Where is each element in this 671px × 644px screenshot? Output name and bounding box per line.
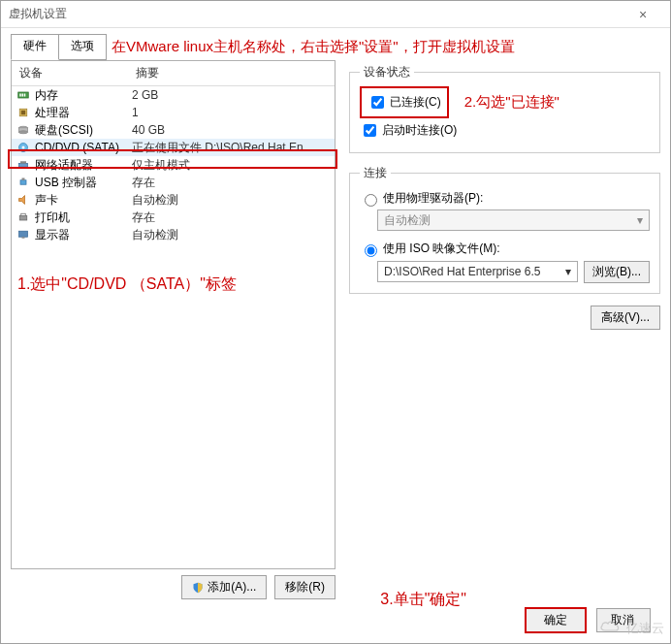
- settings-dialog: 虚拟机设置 × 硬件 选项 在VMware linux主机名称处，右击选择"设置…: [0, 0, 671, 644]
- svg-rect-2: [22, 94, 24, 97]
- svg-rect-1: [19, 94, 21, 97]
- iso-path-dropdown[interactable]: D:\ISO\Red Hat Enterprise 6.5 ▾: [377, 261, 578, 282]
- sound-icon: [16, 193, 31, 207]
- display-icon: [16, 228, 31, 242]
- svg-point-8: [19, 131, 28, 134]
- device-row-disk[interactable]: 硬盘(SCSI) 40 GB: [12, 121, 335, 139]
- watermark: 亿速云: [599, 619, 664, 637]
- svg-marker-15: [19, 196, 25, 205]
- use-iso-row[interactable]: 使用 ISO 映像文件(M):: [360, 241, 650, 257]
- svg-rect-16: [19, 216, 27, 221]
- add-button[interactable]: 添加(A)...: [181, 575, 267, 599]
- device-row-cddvd[interactable]: CD/DVD (SATA) 正在使用文件 D:\ISO\Red Hat En..…: [12, 139, 335, 156]
- chevron-down-icon: ▾: [565, 265, 571, 278]
- advanced-button[interactable]: 高级(V)...: [591, 306, 660, 330]
- tab-bar: 硬件 选项 在VMware linux主机名称处，右击选择"设置"，打开虚拟机设…: [1, 28, 670, 60]
- cd-icon: [16, 141, 31, 154]
- device-row-memory[interactable]: 内存 2 GB: [12, 86, 335, 104]
- connect-on-start-row[interactable]: 启动时连接(O): [360, 121, 650, 140]
- connect-on-start-checkbox[interactable]: [364, 124, 376, 137]
- device-row-sound[interactable]: 声卡 自动检测: [12, 191, 335, 209]
- annotation-step3: 3.单击"确定": [380, 590, 466, 610]
- network-icon: [16, 158, 31, 172]
- device-buttons: 添加(A)... 移除(R): [11, 569, 336, 599]
- remove-button[interactable]: 移除(R): [274, 575, 336, 599]
- header-summary: 摘要: [136, 65, 327, 81]
- right-column: 设备状态 已连接(C) 2.勾选"已连接" 启动时连接(O) 连接: [349, 60, 660, 599]
- connected-highlight: 已连接(C): [360, 86, 449, 118]
- svg-rect-18: [19, 231, 28, 237]
- annotation-step1: 1.选中"CD/DVD （SATA）"标签: [17, 274, 237, 295]
- tab-options[interactable]: 选项: [58, 34, 107, 60]
- close-icon[interactable]: ×: [623, 7, 662, 22]
- device-list: 设备 摘要 内存 2 GB 处理器 1 硬盘(SCSI) 40 GB: [11, 60, 336, 569]
- cpu-icon: [16, 106, 31, 119]
- svg-rect-19: [22, 237, 25, 239]
- titlebar: 虚拟机设置 ×: [1, 1, 670, 28]
- use-iso-radio[interactable]: [365, 244, 377, 257]
- printer-icon: [16, 210, 31, 224]
- svg-rect-12: [20, 161, 26, 163]
- device-state-group: 设备状态 已连接(C) 2.勾选"已连接" 启动时连接(O): [349, 64, 660, 153]
- svg-point-10: [22, 146, 25, 149]
- ok-button[interactable]: 确定: [525, 607, 587, 633]
- device-row-display[interactable]: 显示器 自动检测: [12, 226, 335, 243]
- device-row-usb[interactable]: USB 控制器 存在: [12, 174, 335, 191]
- annotation-top: 在VMware linux主机名称处，右击选择"设置"，打开虚拟机设置: [106, 34, 521, 60]
- left-column: 设备 摘要 内存 2 GB 处理器 1 硬盘(SCSI) 40 GB: [11, 60, 336, 599]
- shield-icon: [192, 582, 204, 594]
- window-title: 虚拟机设置: [9, 6, 67, 22]
- disk-icon: [16, 123, 31, 137]
- svg-rect-3: [24, 94, 26, 97]
- device-row-printer[interactable]: 打印机 存在: [12, 209, 335, 226]
- memory-icon: [16, 88, 31, 102]
- svg-rect-11: [19, 164, 28, 168]
- device-row-network[interactable]: 网络适配器 仅主机模式: [12, 156, 335, 174]
- device-row-cpu[interactable]: 处理器 1: [12, 104, 335, 121]
- physical-drive-dropdown: 自动检测 ▾: [377, 209, 650, 231]
- cloud-icon: [599, 619, 621, 635]
- device-list-header: 设备 摘要: [12, 61, 335, 86]
- usb-icon: [16, 176, 31, 189]
- connected-checkbox-row[interactable]: 已连接(C): [367, 93, 441, 112]
- browse-button[interactable]: 浏览(B)...: [584, 261, 650, 283]
- svg-rect-5: [21, 111, 26, 115]
- svg-rect-14: [22, 178, 25, 180]
- header-device: 设备: [19, 65, 136, 81]
- device-state-legend: 设备状态: [360, 64, 414, 80]
- connection-legend: 连接: [360, 165, 391, 181]
- svg-rect-13: [20, 180, 26, 185]
- chevron-down-icon: ▾: [637, 213, 643, 227]
- use-physical-radio[interactable]: [365, 194, 377, 207]
- annotation-step2: 2.勾选"已连接": [464, 93, 559, 112]
- tab-hardware[interactable]: 硬件: [11, 34, 59, 60]
- connection-group: 连接 使用物理驱动器(P): 自动检测 ▾ 使用 ISO 映像文件(M): D:…: [349, 165, 660, 294]
- svg-rect-17: [21, 213, 26, 215]
- use-physical-row[interactable]: 使用物理驱动器(P):: [360, 190, 650, 207]
- connected-checkbox[interactable]: [371, 96, 384, 109]
